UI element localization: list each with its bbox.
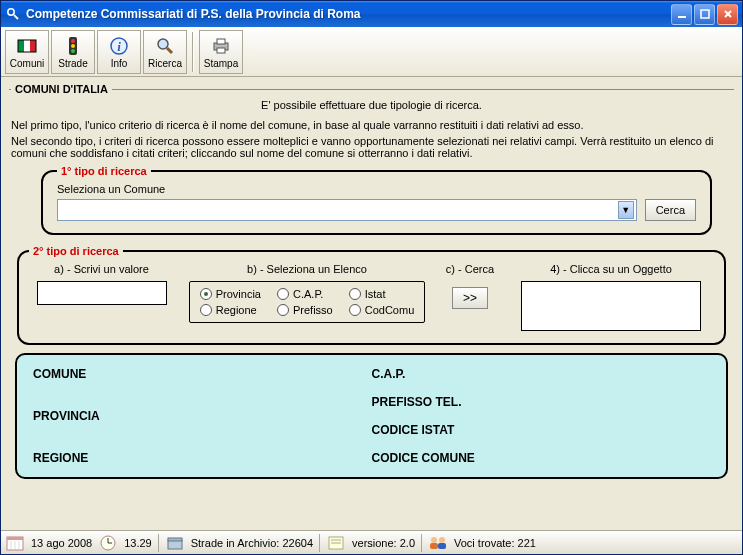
cerca-button[interactable]: Cerca: [645, 199, 696, 221]
content-area: COMUNI D'ITALIA E' possibile effettuare …: [1, 77, 742, 530]
result-panel: COMUNE C.A.P. PROVINCIA PREFISSO TEL. CO…: [15, 353, 728, 479]
svg-line-1: [14, 15, 18, 19]
value-input[interactable]: [37, 281, 167, 305]
col-d-header: 4) - Clicca su un Oggetto: [550, 263, 672, 275]
search-type-2-group: 2° tipo di ricerca a) - Scrivi un valore…: [17, 245, 726, 345]
toolbar-label: Info: [111, 58, 128, 69]
radio-label: Provincia: [216, 288, 261, 300]
traffic-light-icon: [62, 35, 84, 57]
radio-istat[interactable]: Istat: [349, 288, 415, 300]
toolbar: Comuni Strade i Info Ricerca Stampa: [1, 27, 742, 77]
radio-regione[interactable]: Regione: [200, 304, 261, 316]
toolbar-label: Stampa: [204, 58, 238, 69]
svg-rect-20: [217, 48, 225, 53]
svg-rect-8: [30, 40, 36, 52]
toolbar-info-button[interactable]: i Info: [97, 30, 141, 74]
double-chevron-right-icon: >>: [463, 291, 477, 305]
cerca-button-label: Cerca: [656, 204, 685, 216]
paragraph-1: Nel primo tipo, l'unico criterio di rice…: [11, 119, 732, 131]
toolbar-label: Strade: [58, 58, 87, 69]
svg-point-34: [431, 537, 437, 543]
svg-point-16: [158, 39, 168, 49]
result-provincia-label: PROVINCIA: [33, 395, 372, 437]
radio-label: CodComu: [365, 304, 415, 316]
people-icon: [428, 534, 448, 552]
search-type-1-group: 1° tipo di ricerca Seleziona un Comune ▼…: [41, 165, 712, 235]
statusbar: 13 ago 2008 13.29 Strade in Archivio: 22…: [1, 530, 742, 554]
svg-text:i: i: [117, 39, 121, 54]
result-prefisso-label: PREFISSO TEL.: [372, 395, 711, 409]
col-b-header: b) - Seleziona un Elenco: [247, 263, 367, 275]
intro-text: E' possibile effettuare due tipologie di…: [11, 99, 732, 111]
results-listbox[interactable]: [521, 281, 701, 331]
svg-rect-30: [168, 538, 182, 541]
version-icon: [326, 534, 346, 552]
radio-icon: [349, 304, 361, 316]
search-type-1-legend: 1° tipo di ricerca: [57, 165, 151, 177]
toolbar-separator: [192, 32, 194, 72]
radio-label: Istat: [365, 288, 386, 300]
titlebar: Competenze Commissariati di P.S. della P…: [1, 1, 742, 27]
window-title: Competenze Commissariati di P.S. della P…: [26, 7, 671, 21]
radio-icon: [277, 288, 289, 300]
maximize-button[interactable]: [694, 4, 715, 25]
app-icon: [5, 6, 21, 22]
svg-point-36: [439, 537, 445, 543]
svg-point-11: [71, 39, 75, 43]
svg-rect-7: [24, 40, 30, 52]
clock-icon: [98, 534, 118, 552]
radio-prefisso[interactable]: Prefisso: [277, 304, 333, 316]
radio-icon: [277, 304, 289, 316]
radio-cap[interactable]: C.A.P.: [277, 288, 333, 300]
folder-italy-icon: [16, 35, 38, 57]
svg-rect-19: [217, 39, 225, 44]
chevron-down-icon: ▼: [618, 201, 634, 219]
toolbar-stampa-button[interactable]: Stampa: [199, 30, 243, 74]
status-date: 13 ago 2008: [31, 537, 92, 549]
toolbar-label: Ricerca: [148, 58, 182, 69]
search-type-2-legend: 2° tipo di ricerca: [29, 245, 123, 257]
status-versione: versione: 2.0: [352, 537, 415, 549]
toolbar-strade-button[interactable]: Strade: [51, 30, 95, 74]
execute-search-button[interactable]: >>: [452, 287, 488, 309]
radio-label: Prefisso: [293, 304, 333, 316]
app-window: Competenze Commissariati di P.S. della P…: [0, 0, 743, 555]
comuni-group: COMUNI D'ITALIA E' possibile effettuare …: [9, 83, 734, 479]
svg-rect-3: [701, 10, 709, 18]
svg-point-12: [71, 44, 75, 48]
status-voci: Voci trovate: 221: [454, 537, 536, 549]
archive-icon: [165, 534, 185, 552]
svg-rect-37: [438, 543, 446, 549]
toolbar-label: Comuni: [10, 58, 44, 69]
svg-rect-2: [678, 16, 686, 18]
criteria-radio-group: Provincia C.A.P. Istat Regione Prefisso …: [189, 281, 426, 323]
printer-icon: [210, 35, 232, 57]
minimize-button[interactable]: [671, 4, 692, 25]
svg-point-0: [8, 9, 14, 15]
result-regione-label: REGIONE: [33, 451, 372, 465]
select-comune-label: Seleziona un Comune: [57, 183, 696, 195]
toolbar-comuni-button[interactable]: Comuni: [5, 30, 49, 74]
result-codistat-label: CODICE ISTAT: [372, 423, 711, 437]
comuni-group-legend: COMUNI D'ITALIA: [11, 83, 112, 95]
col-c-header: c) - Cerca: [446, 263, 494, 275]
radio-label: Regione: [216, 304, 257, 316]
window-buttons: [671, 4, 738, 25]
calendar-icon: [5, 534, 25, 552]
radio-icon: [200, 288, 212, 300]
close-button[interactable]: [717, 4, 738, 25]
radio-codcomu[interactable]: CodComu: [349, 304, 415, 316]
col-a-header: a) - Scrivi un valore: [54, 263, 149, 275]
radio-icon: [200, 304, 212, 316]
svg-rect-35: [430, 543, 438, 549]
paragraph-2: Nel secondo tipo, i criteri di ricerca p…: [11, 135, 732, 159]
status-time: 13.29: [124, 537, 152, 549]
toolbar-ricerca-button[interactable]: Ricerca: [143, 30, 187, 74]
svg-rect-22: [7, 537, 23, 540]
radio-provincia[interactable]: Provincia: [200, 288, 261, 300]
status-archivio: Strade in Archivio: 22604: [191, 537, 313, 549]
result-codcomune-label: CODICE COMUNE: [372, 451, 711, 465]
comune-combobox[interactable]: ▼: [57, 199, 637, 221]
svg-line-17: [167, 48, 172, 53]
search-icon: [154, 35, 176, 57]
